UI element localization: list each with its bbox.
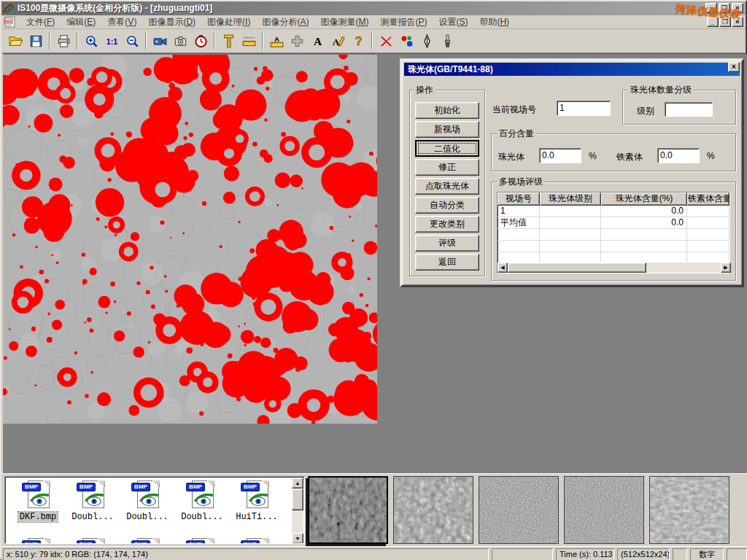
table-row[interactable]: 1 0.0 xyxy=(498,206,729,217)
bmp-file-icon[interactable]: BMP xyxy=(186,481,218,510)
mdi-restore-button[interactable]: ❐ xyxy=(719,17,731,27)
thumbnail-3[interactable] xyxy=(479,476,559,544)
mdi-close-button[interactable]: × xyxy=(732,17,743,27)
current-view-field[interactable]: 1 xyxy=(557,101,611,116)
scroll-left-icon[interactable]: ◀ xyxy=(498,262,508,273)
bmp-file-icon[interactable]: BMP xyxy=(241,481,273,510)
video-capture-button[interactable] xyxy=(150,31,170,51)
file-item[interactable]: BMP Doubl... xyxy=(66,481,120,522)
height-gauge-button[interactable] xyxy=(218,31,239,51)
file-item[interactable]: BMP xyxy=(120,538,174,544)
dialog-title-bar[interactable]: 珠光体(GB/T9441-88) xyxy=(404,63,740,76)
snapshot-button[interactable] xyxy=(170,31,190,51)
menu-file[interactable]: 文件(F) xyxy=(20,15,61,30)
init-button[interactable]: 初始化 xyxy=(415,102,479,119)
change-class-button[interactable]: 更改类别 xyxy=(415,216,479,233)
file-item[interactable]: BMP Doubl... xyxy=(175,481,229,522)
scroll-right-icon[interactable]: ▶ xyxy=(721,262,731,273)
file-item[interactable]: BMP DKF.bmp xyxy=(11,481,65,522)
title-bar[interactable]: IS100显微摄像系统(金相分析版) - [zhuguangti01] _ ❐ … xyxy=(1,1,746,15)
file-list[interactable]: BMP DKF.bmp BMP Doubl... BMP Doubl... BM… xyxy=(4,476,305,544)
grade-field[interactable] xyxy=(665,102,713,117)
file-item[interactable]: BMP xyxy=(175,538,229,544)
table-horizontal-scrollbar[interactable]: ◀ ▶ xyxy=(498,262,731,273)
file-list-scrollbar[interactable]: ▲ ▼ xyxy=(292,478,303,544)
cell-field-no: 平均值 xyxy=(498,217,540,228)
pick-pearlite-button[interactable]: 点取珠光体 xyxy=(415,178,479,195)
minimize-button[interactable]: _ xyxy=(705,3,717,13)
menu-image-analysis[interactable]: 图像分析(A) xyxy=(256,15,314,30)
file-name[interactable]: Doubl... xyxy=(70,512,115,522)
bmp-file-icon[interactable]: BMP xyxy=(22,481,54,510)
col-field-no[interactable]: 视场号 xyxy=(498,192,540,206)
new-field-button[interactable]: 新视场 xyxy=(415,121,479,138)
timer-button[interactable] xyxy=(190,31,211,51)
scroll-down-icon[interactable]: ▼ xyxy=(292,533,303,544)
col-pearlite-grade[interactable]: 珠光体级别 xyxy=(540,192,601,206)
help-button[interactable]: ? xyxy=(348,31,368,51)
file-item[interactable]: BMP xyxy=(11,538,65,544)
thumbnail-4[interactable] xyxy=(564,476,644,544)
grading-group-label: 珠光体数量分级 xyxy=(628,85,694,94)
file-name[interactable]: Doubl... xyxy=(125,512,170,522)
auto-classify-button[interactable]: 自动分类 xyxy=(415,197,479,214)
file-item[interactable]: BMP HuiTi... xyxy=(230,481,284,522)
close-button[interactable]: × xyxy=(732,3,743,13)
binarize-button[interactable]: 二值化 xyxy=(415,140,479,157)
bmp-file-icon[interactable]: BMP xyxy=(77,481,109,510)
rate-button[interactable]: 评级 xyxy=(415,235,479,252)
actual-size-button[interactable]: 1:1 xyxy=(101,31,122,51)
current-view-label: 当前视场号 xyxy=(492,104,536,116)
scroll-up-icon[interactable]: ▲ xyxy=(292,478,303,489)
ruler-button[interactable] xyxy=(239,31,259,51)
menu-edit[interactable]: 编辑(E) xyxy=(61,15,101,30)
multi-view-table[interactable]: 视场号 珠光体级别 珠光体含量(%) 铁素体含量(%) 1 0.0 平均值 0.… xyxy=(497,192,730,273)
menu-settings[interactable]: 设置(S) xyxy=(433,15,473,30)
phase-mark-button[interactable] xyxy=(396,31,417,51)
table-row[interactable]: 平均值 0.0 xyxy=(498,217,729,229)
col-ferrite-content[interactable]: 铁素体含量(%) xyxy=(687,192,729,206)
scrollbar-thumb[interactable] xyxy=(292,489,303,510)
pearlite-percent-field[interactable]: 0.0 xyxy=(539,148,581,163)
measure-label-button[interactable]: A xyxy=(266,31,287,51)
file-item[interactable]: BMP xyxy=(230,538,284,544)
curve-cut-button[interactable] xyxy=(376,31,396,51)
col-pearlite-content[interactable]: 珠光体含量(%) xyxy=(601,192,687,206)
correct-button[interactable]: 修正 xyxy=(415,159,479,176)
multi-view-group-label: 多视场评级 xyxy=(497,177,545,186)
menu-view[interactable]: 查看(V) xyxy=(101,15,142,30)
scrollbar-thumb[interactable] xyxy=(508,262,646,273)
menu-measure-report[interactable]: 测量报告(P) xyxy=(374,15,433,30)
bmp-file-icon[interactable]: BMP xyxy=(131,481,163,510)
zoom-in-button[interactable] xyxy=(81,31,101,51)
specimen-image[interactable] xyxy=(3,55,377,424)
menu-help[interactable]: 帮助(H) xyxy=(473,15,515,30)
file-name[interactable]: Doubl... xyxy=(179,512,225,522)
status-bar: x: 510 y: 79 idx: 0 RGB: (174, 174, 174)… xyxy=(1,546,747,560)
dialog-close-button[interactable]: × xyxy=(728,62,740,72)
thumbnail-2[interactable] xyxy=(393,476,473,544)
thumbnail-5[interactable] xyxy=(649,476,729,544)
edit-annotate-button[interactable]: A xyxy=(328,31,348,51)
scissors-curve-icon xyxy=(379,34,393,48)
thumbnail-1[interactable] xyxy=(308,476,388,544)
calibration-cross-button[interactable] xyxy=(287,31,307,51)
return-button[interactable]: 返回 xyxy=(415,254,479,271)
save-button[interactable] xyxy=(26,31,46,51)
open-file-button[interactable] xyxy=(5,31,26,51)
pen-button[interactable] xyxy=(417,31,437,51)
print-button[interactable] xyxy=(53,31,74,51)
zoom-out-button[interactable] xyxy=(122,31,142,51)
menu-image-display[interactable]: 图像显示(D) xyxy=(142,15,201,30)
file-item[interactable]: BMP Doubl... xyxy=(120,481,174,522)
file-name[interactable]: DKF.bmp xyxy=(18,512,58,522)
menu-image-process[interactable]: 图像处理(I) xyxy=(201,15,256,30)
text-annotate-button[interactable]: A xyxy=(307,31,328,51)
maximize-button[interactable]: ❐ xyxy=(719,3,730,13)
file-name[interactable]: HuiTi... xyxy=(234,512,279,522)
menu-image-measure[interactable]: 图像测量(M) xyxy=(314,15,374,30)
mdi-minimize-button[interactable]: _ xyxy=(707,17,719,27)
brush-button[interactable] xyxy=(437,31,457,51)
file-item[interactable]: BMP xyxy=(66,538,120,544)
ferrite-percent-field[interactable]: 0.0 xyxy=(657,148,700,163)
